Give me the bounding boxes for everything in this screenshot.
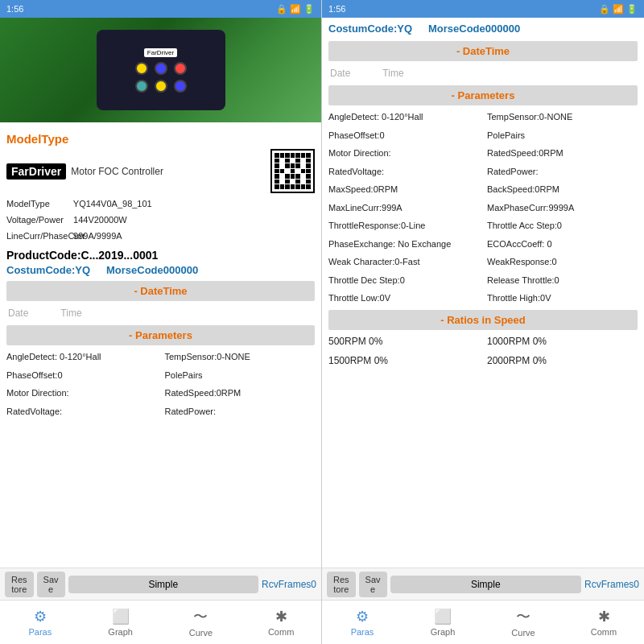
rparam-7-r: ECOAccCoeff: 0 bbox=[487, 236, 638, 253]
brand-row: FarDriver Motor FOC Controller bbox=[6, 149, 315, 193]
params-header-right: - Parameters bbox=[328, 85, 638, 105]
brand-box: FarDriver bbox=[6, 163, 66, 180]
rparam-5-l: MaxLineCurr:999A bbox=[328, 200, 479, 217]
nav-curve-label-right: Curve bbox=[511, 628, 535, 638]
rparam-10-r: Throttle High:0V bbox=[487, 290, 638, 307]
rparam-5-r: MaxPhaseCurr:9999A bbox=[487, 200, 638, 217]
rcv-right: RcvFrames0 bbox=[584, 579, 639, 590]
rparam-6-r: Throttle Acc Step:0 bbox=[487, 217, 638, 234]
rparam-8-l: Weak Character:0-Fast bbox=[328, 254, 479, 270]
hero-image: FarDriver bbox=[0, 18, 321, 122]
param-0-right: TempSensor:0-NONE bbox=[165, 349, 316, 365]
model-specs: ModelType YQ144V0A_98_101 Voltage/Power … bbox=[6, 196, 315, 244]
nav-paras-left[interactable]: ⚙ Paras bbox=[0, 601, 80, 644]
nav-paras-right[interactable]: ⚙ Paras bbox=[322, 601, 402, 644]
time-label-left: Time bbox=[60, 308, 81, 319]
left-bottom-nav: ⚙ Paras ⬜ Graph 〜 Curve ✱ Comm bbox=[0, 600, 321, 644]
left-status-bar: 1:56 🔒 📶 🔋 bbox=[0, 0, 321, 18]
dot-yellow2 bbox=[155, 80, 167, 93]
dot-blue2 bbox=[174, 80, 187, 93]
nav-paras-label-left: Paras bbox=[29, 627, 52, 637]
params-grid-right: AngleDetect: 0-120°Hall TempSensor:0-NON… bbox=[328, 109, 638, 307]
right-status-bar: 1:56 🔒 📶 🔋 bbox=[322, 0, 644, 18]
param-3-right: RatedPower: bbox=[165, 403, 316, 420]
left-toolbar: Restore Save Simple RcvFrames0 bbox=[0, 568, 321, 600]
rparam-6-l: ThrottleResponse:0-Line bbox=[328, 217, 479, 234]
comm-icon-left: ✱ bbox=[275, 608, 287, 625]
rparam-4-l: MaxSpeed:0RPM bbox=[328, 181, 479, 198]
ratio-0-l: 500RPM 0% bbox=[328, 333, 479, 349]
date-time-row-left: Date Time bbox=[6, 304, 315, 322]
motor-label: FarDriver bbox=[144, 48, 177, 57]
param-3-left: RatedVoltage: bbox=[6, 403, 157, 420]
rcv-left: RcvFrames0 bbox=[262, 579, 316, 590]
save-button-right[interactable]: Save bbox=[359, 572, 387, 597]
date-label-left: Date bbox=[8, 308, 28, 319]
dot-yellow bbox=[135, 62, 148, 75]
rparam-1-l: PhaseOffset:0 bbox=[328, 127, 479, 144]
param-2-left: Motor Direction: bbox=[6, 385, 157, 402]
rparam-9-l: Throttle Dec Step:0 bbox=[328, 272, 479, 289]
rparam-3-l: RatedVoltage: bbox=[328, 163, 479, 180]
dot-teal bbox=[135, 80, 148, 93]
right-bottom-nav: ⚙ Paras ⬜ Graph 〜 Curve ✱ Comm bbox=[322, 600, 644, 644]
rparam-7-l: PhaseExchange: No Exchange bbox=[328, 236, 479, 253]
save-button-left[interactable]: Save bbox=[37, 572, 65, 597]
rparam-2-r: RatedSpeed:0RPM bbox=[487, 145, 638, 162]
params-header-left: - Parameters bbox=[6, 325, 315, 345]
nav-graph-left[interactable]: ⬜ Graph bbox=[80, 601, 161, 644]
nav-comm-left[interactable]: ✱ Comm bbox=[241, 601, 321, 644]
nav-paras-label-right: Paras bbox=[351, 627, 374, 637]
right-time: 1:56 bbox=[328, 4, 345, 14]
simple-button-right[interactable]: Simple bbox=[390, 576, 581, 593]
time-label-right: Time bbox=[382, 68, 403, 79]
param-2-right: RatedSpeed:0RPM bbox=[165, 385, 316, 402]
rparam-4-r: BackSpeed:0RPM bbox=[487, 181, 638, 198]
restore-button-right[interactable]: Restore bbox=[327, 572, 356, 597]
rparam-3-r: RatedPower: bbox=[487, 163, 638, 180]
ratios-grid: 500RPM 0% 1000RPM 0% 1500RPM 0% 2000RPM … bbox=[328, 333, 638, 369]
nav-graph-label-left: Graph bbox=[108, 627, 133, 637]
custom-code-right: CostumCode:YQ bbox=[328, 23, 412, 35]
left-status-icons: 🔒 📶 🔋 bbox=[276, 4, 315, 14]
motor-controller: FarDriver bbox=[97, 30, 225, 110]
param-1-right: PolePairs bbox=[165, 367, 316, 384]
nav-curve-right[interactable]: 〜 Curve bbox=[483, 601, 564, 644]
nav-graph-right[interactable]: ⬜ Graph bbox=[402, 601, 483, 644]
right-status-icons: 🔒 📶 🔋 bbox=[599, 4, 638, 14]
nav-comm-right[interactable]: ✱ Comm bbox=[564, 601, 644, 644]
gear-icon-right: ⚙ bbox=[356, 608, 369, 625]
morse-code-right: MorseCode000000 bbox=[428, 23, 520, 35]
rparam-2-l: Motor Direction: bbox=[328, 145, 479, 162]
qr-code bbox=[270, 149, 315, 193]
model-info: FarDriver Motor FOC Controller ModelType… bbox=[6, 149, 315, 244]
rparam-9-r: Release Throttle:0 bbox=[487, 272, 638, 289]
gear-icon-left: ⚙ bbox=[34, 608, 47, 625]
rparam-10-l: Throttle Low:0V bbox=[328, 290, 479, 307]
left-time: 1:56 bbox=[6, 4, 23, 14]
curve-icon-left: 〜 bbox=[193, 607, 208, 626]
connector-dots bbox=[135, 62, 187, 75]
ratio-1-l: 1500RPM 0% bbox=[328, 353, 479, 369]
restore-button-left[interactable]: Restore bbox=[5, 572, 34, 597]
nav-comm-label-left: Comm bbox=[268, 627, 294, 637]
ratios-header: - Ratios in Speed bbox=[328, 310, 638, 330]
nav-comm-label-right: Comm bbox=[591, 627, 617, 637]
right-panel: 1:56 🔒 📶 🔋 CostumCode:YQ MorseCode000000… bbox=[322, 0, 644, 644]
model-type-title: ModelType bbox=[6, 132, 315, 146]
rparam-0-r: TempSensor:0-NONE bbox=[487, 109, 638, 126]
morse-code-left: MorseCode000000 bbox=[106, 264, 198, 276]
simple-button-left[interactable]: Simple bbox=[68, 576, 258, 593]
graph-icon-right: ⬜ bbox=[434, 608, 452, 625]
left-content: ModelType FarDriver Motor FOC Controller… bbox=[0, 122, 321, 568]
ratio-1-r: 2000RPM 0% bbox=[487, 353, 638, 369]
rparam-8-r: WeakResponse:0 bbox=[487, 254, 638, 270]
brand-subtitle: Motor FOC Controller bbox=[71, 166, 163, 177]
nav-graph-label-right: Graph bbox=[431, 627, 456, 637]
params-grid-left: AngleDetect: 0-120°Hall TempSensor:0-NON… bbox=[6, 349, 315, 419]
right-content: - DateTime Date Time - Parameters AngleD… bbox=[322, 38, 644, 568]
datetime-header-left: - DateTime bbox=[6, 281, 315, 301]
rparam-0-l: AngleDetect: 0-120°Hall bbox=[328, 109, 479, 126]
nav-curve-left[interactable]: 〜 Curve bbox=[161, 601, 242, 644]
ratio-0-r: 1000RPM 0% bbox=[487, 333, 638, 349]
